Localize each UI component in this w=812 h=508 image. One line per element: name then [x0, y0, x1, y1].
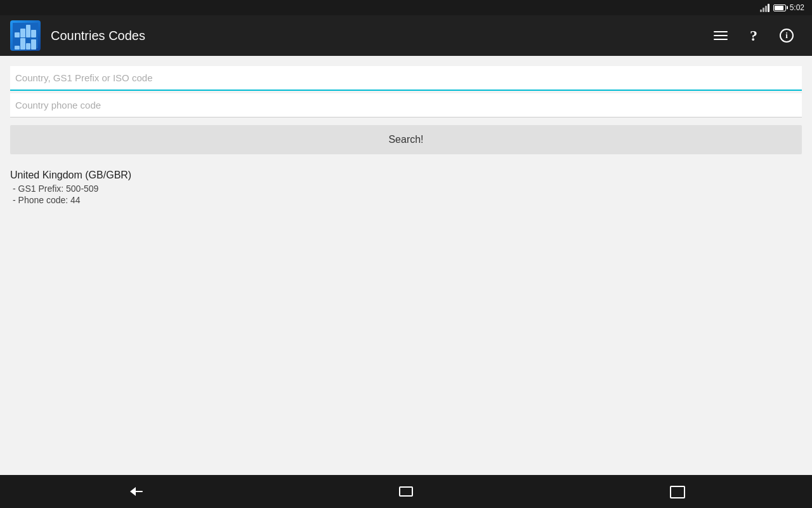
country-search-input[interactable] [10, 66, 802, 91]
menu-button[interactable] [705, 20, 736, 51]
nav-bar [0, 475, 812, 508]
result-container: United Kingdom (GB/GBR) - GS1 Prefix: 50… [10, 164, 802, 211]
search-button[interactable]: Search! [10, 125, 802, 154]
back-nav-button[interactable] [110, 479, 160, 504]
battery-icon [773, 4, 786, 11]
home-nav-button[interactable] [381, 479, 431, 504]
info-icon: i [780, 29, 794, 43]
help-button[interactable]: ? [738, 20, 769, 51]
result-country-name: United Kingdom (GB/GBR) [10, 170, 802, 181]
recent-icon [671, 486, 683, 497]
result-gs1-prefix: - GS1 Prefix: 500-509 [10, 184, 802, 194]
app-bar: Countries Codes ? i [0, 15, 812, 56]
recent-nav-button[interactable] [652, 479, 702, 504]
app-title: Countries Codes [51, 29, 695, 43]
status-time: 5:02 [790, 3, 804, 12]
app-icon [10, 20, 41, 51]
app-bar-actions: ? i [705, 20, 802, 51]
menu-icon [714, 31, 728, 40]
info-button[interactable]: i [771, 20, 802, 51]
help-icon: ? [750, 27, 757, 44]
signal-icon [760, 3, 769, 12]
home-icon [399, 486, 413, 497]
phone-search-input[interactable] [10, 93, 802, 117]
back-icon [126, 485, 144, 498]
result-phone-code: - Phone code: 44 [10, 195, 802, 205]
status-bar: 5:02 [0, 0, 812, 15]
main-content: Search! United Kingdom (GB/GBR) - GS1 Pr… [0, 56, 812, 475]
